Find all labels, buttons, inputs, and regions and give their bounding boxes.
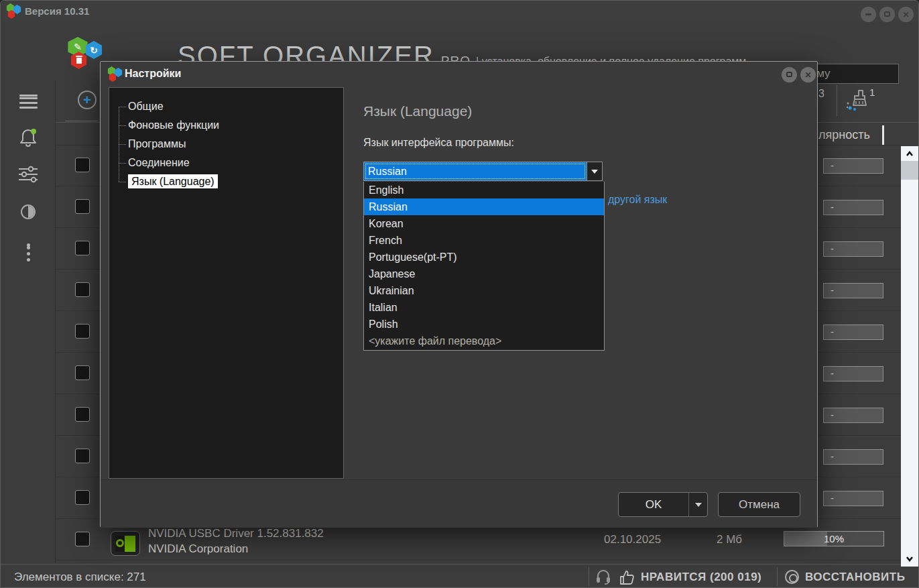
option-japanese[interactable]: Japanese — [364, 266, 604, 282]
statusbar: Элементов в списке: 271 НРАВИТСЯ (200 01… — [1, 564, 919, 588]
settings-dialog: Настройки ✕ Общие Фоновые функции Програ… — [100, 61, 818, 528]
column-resize-indicator[interactable] — [882, 125, 884, 145]
combobox-dropdown-icon[interactable] — [587, 162, 602, 180]
language-field-label: Язык интерфейса программы: — [363, 137, 514, 149]
popularity-bar: - — [823, 449, 883, 465]
program-date: 02.10.2025 — [604, 533, 661, 546]
option-russian[interactable]: Russian — [364, 198, 604, 215]
like-button[interactable]: НРАВИТСЯ (200 019) — [641, 571, 761, 584]
row-checkbox[interactable] — [75, 324, 90, 339]
app-window: Версия 10.31 ✕ ✎ ↻ SOFT ORGANIZER PRO | … — [0, 0, 919, 588]
page-title: Язык (Language) — [363, 103, 472, 119]
row-checkbox[interactable] — [75, 158, 90, 172]
ok-split-button[interactable]: OK — [618, 492, 708, 517]
row-checkbox[interactable] — [75, 449, 90, 463]
minimize-button[interactable] — [861, 7, 876, 22]
add-program-button[interactable]: + — [78, 91, 97, 109]
cleanup-traces-icon[interactable]: 1 — [845, 88, 883, 116]
vertical-scrollbar[interactable] — [901, 146, 918, 567]
popularity-bar: - — [823, 200, 883, 215]
popularity-bar: - — [823, 408, 883, 423]
like-thumbs-up-icon[interactable] — [619, 569, 636, 586]
close-button[interactable]: ✕ — [898, 7, 914, 22]
sidebar — [1, 80, 56, 563]
popularity-bar: - — [823, 283, 883, 298]
option-translation-file[interactable]: <укажите файл перевода> — [364, 333, 604, 349]
maximize-button[interactable] — [879, 7, 895, 22]
row-checkbox[interactable] — [75, 490, 90, 505]
row-checkbox[interactable] — [75, 407, 90, 422]
cleanup-count-badge: 1 — [869, 86, 875, 98]
program-publisher: NVIDIA Corporation — [148, 542, 248, 556]
updates-count-badge: 3 — [818, 88, 824, 100]
popularity-bar: 10% — [784, 531, 884, 546]
restore-button[interactable]: ВОССТАНОВИТЬ — [805, 571, 905, 584]
popularity-bar: - — [823, 325, 883, 340]
restore-icon[interactable] — [785, 570, 799, 584]
items-count-label: Элементов в списке: 271 — [14, 571, 146, 584]
nav-item-language[interactable]: Язык (Language) — [109, 172, 343, 191]
language-combobox[interactable]: Russian — [363, 162, 603, 181]
option-english[interactable]: English — [364, 182, 604, 198]
popularity-bar: - — [823, 366, 883, 381]
option-polish[interactable]: Polish — [364, 316, 604, 333]
program-name: NVIDIA USBC Driver 1.52.831.832 — [148, 527, 324, 540]
dialog-title: Настройки — [125, 68, 181, 80]
menu-icon[interactable] — [1, 92, 56, 99]
option-portuguese[interactable]: Portuguese(pt-PT) — [364, 249, 604, 266]
ok-dropdown-icon[interactable] — [688, 493, 707, 516]
row-checkbox[interactable] — [75, 241, 90, 255]
notifications-bell-icon[interactable] — [1, 127, 56, 148]
nav-item-connection[interactable]: Соединение — [109, 154, 343, 172]
dialog-close-button[interactable]: ✕ — [800, 67, 816, 82]
dialog-maximize-button[interactable] — [782, 67, 797, 82]
popularity-bar: - — [823, 158, 883, 174]
scrollbar-thumb[interactable] — [901, 161, 918, 180]
nav-item-general[interactable]: Общие — [109, 97, 343, 116]
option-italian[interactable]: Italian — [364, 299, 604, 316]
dialog-logo-icon — [107, 66, 123, 82]
row-checkbox[interactable] — [75, 282, 90, 297]
option-french[interactable]: French — [364, 232, 604, 249]
other-language-link[interactable]: другой язык — [608, 194, 667, 206]
ok-button[interactable]: OK — [619, 498, 688, 512]
option-ukrainian[interactable]: Ukrainian — [364, 282, 604, 299]
language-dropdown-list: English Russian Korean French Portuguese… — [363, 182, 605, 351]
scroll-up-icon[interactable] — [901, 146, 918, 162]
dialog-footer: OK Отмена — [101, 479, 817, 528]
titlebar: Версия 10.31 ✕ — [1, 1, 918, 22]
filters-sliders-icon[interactable] — [1, 166, 56, 183]
window-title: Версия 10.31 — [25, 5, 89, 17]
nav-item-programs[interactable]: Программы — [109, 135, 343, 154]
popularity-bar: - — [823, 241, 883, 257]
option-korean[interactable]: Korean — [364, 215, 604, 232]
support-headset-icon[interactable] — [595, 569, 612, 586]
settings-nav-panel: Общие Фоновые функции Программы Соединен… — [109, 87, 344, 479]
row-checkbox[interactable] — [75, 532, 90, 546]
combobox-value[interactable]: Russian — [364, 162, 587, 180]
nav-item-background[interactable]: Фоновые функции — [109, 116, 343, 135]
popularity-bar: - — [823, 491, 883, 506]
cancel-button[interactable]: Отмена — [718, 492, 800, 517]
more-options-icon[interactable] — [1, 241, 56, 249]
row-checkbox[interactable] — [75, 199, 90, 214]
nvidia-app-icon — [111, 531, 140, 556]
scroll-down-icon[interactable] — [901, 550, 918, 567]
app-logo-icon — [6, 3, 22, 19]
row-checkbox[interactable] — [75, 365, 90, 380]
popularity-column-header[interactable]: лярность — [818, 128, 870, 142]
program-size: 2 Мб — [717, 533, 742, 546]
theme-contrast-icon[interactable] — [1, 204, 56, 219]
